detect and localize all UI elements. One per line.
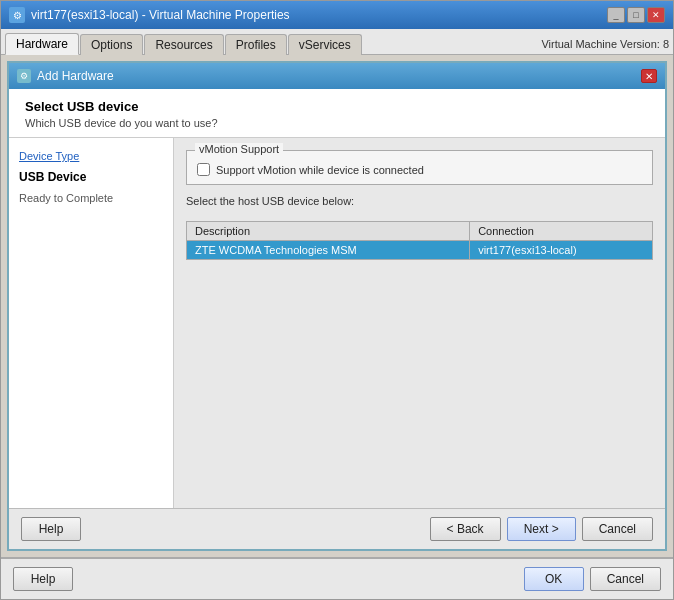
maximize-button[interactable]: □: [627, 7, 645, 23]
window-title: virt177(esxi13-local) - Virtual Machine …: [31, 8, 290, 22]
main-area: ⚙ Add Hardware ✕ Select USB device Which…: [1, 55, 673, 557]
row-description: ZTE WCDMA Technologies MSM: [187, 241, 470, 260]
vmotion-checkbox-label: Support vMotion while device is connecte…: [216, 164, 424, 176]
outer-footer-right: OK Cancel: [524, 567, 661, 591]
dialog-content: vMotion Support Support vMotion while de…: [174, 138, 665, 508]
tab-profiles[interactable]: Profiles: [225, 34, 287, 55]
dialog-section-subtitle: Which USB device do you want to use?: [25, 117, 649, 129]
dialog-icon: ⚙: [17, 69, 31, 83]
outer-footer: Help OK Cancel: [1, 557, 673, 599]
close-window-button[interactable]: ✕: [647, 7, 665, 23]
title-buttons: _ □ ✕: [607, 7, 665, 23]
nav-device-type[interactable]: Device Type: [19, 150, 163, 162]
nav-usb-device: USB Device: [19, 170, 163, 184]
tab-resources[interactable]: Resources: [144, 34, 223, 55]
dialog-section-title: Select USB device: [25, 99, 649, 114]
vmotion-group-title: vMotion Support: [195, 143, 283, 155]
tab-hardware[interactable]: Hardware: [5, 33, 79, 55]
nav-ready-to-complete: Ready to Complete: [19, 192, 163, 204]
dialog-body: Device Type USB Device Ready to Complete…: [9, 138, 665, 508]
dialog-title-left: ⚙ Add Hardware: [17, 69, 114, 83]
dialog-footer-right: < Back Next > Cancel: [430, 517, 653, 541]
back-button[interactable]: < Back: [430, 517, 501, 541]
vmotion-checkbox[interactable]: [197, 163, 210, 176]
dialog-close-button[interactable]: ✕: [641, 69, 657, 83]
dialog-title: Add Hardware: [37, 69, 114, 83]
outer-cancel-button[interactable]: Cancel: [590, 567, 661, 591]
col-connection: Connection: [470, 222, 653, 241]
ok-button[interactable]: OK: [524, 567, 584, 591]
vm-version: Virtual Machine Version: 8: [541, 38, 669, 54]
dialog-nav: Device Type USB Device Ready to Complete: [9, 138, 174, 508]
select-usb-label: Select the host USB device below:: [186, 195, 653, 207]
tabs-row: Hardware Options Resources Profiles vSer…: [1, 29, 673, 55]
next-button[interactable]: Next >: [507, 517, 576, 541]
usb-device-table: Description Connection ZTE WCDMA Technol…: [186, 221, 653, 260]
dialog-cancel-button[interactable]: Cancel: [582, 517, 653, 541]
dialog-header: Select USB device Which USB device do yo…: [9, 89, 665, 138]
dialog-title-bar: ⚙ Add Hardware ✕: [9, 63, 665, 89]
table-row[interactable]: ZTE WCDMA Technologies MSM virt177(esxi1…: [187, 241, 653, 260]
vmotion-group: vMotion Support Support vMotion while de…: [186, 150, 653, 185]
col-description: Description: [187, 222, 470, 241]
outer-help-button[interactable]: Help: [13, 567, 73, 591]
dialog-footer: Help < Back Next > Cancel: [9, 508, 665, 549]
tab-vservices[interactable]: vServices: [288, 34, 362, 55]
title-bar: ⚙ virt177(esxi13-local) - Virtual Machin…: [1, 1, 673, 29]
vmotion-checkbox-row: Support vMotion while device is connecte…: [197, 163, 642, 176]
add-hardware-dialog: ⚙ Add Hardware ✕ Select USB device Which…: [7, 61, 667, 551]
dialog-help-button[interactable]: Help: [21, 517, 81, 541]
row-connection: virt177(esxi13-local): [470, 241, 653, 260]
minimize-button[interactable]: _: [607, 7, 625, 23]
title-bar-left: ⚙ virt177(esxi13-local) - Virtual Machin…: [9, 7, 290, 23]
tab-options[interactable]: Options: [80, 34, 143, 55]
outer-window: ⚙ virt177(esxi13-local) - Virtual Machin…: [0, 0, 674, 600]
vm-icon: ⚙: [9, 7, 25, 23]
